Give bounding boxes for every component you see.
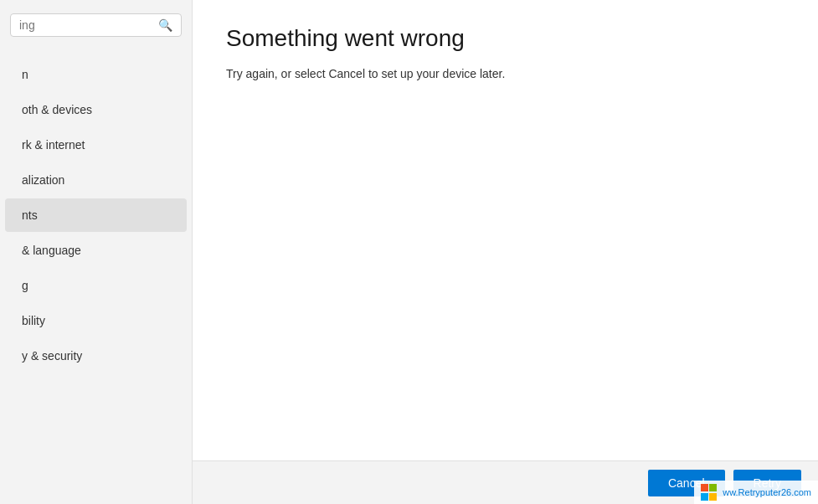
sidebar-item-bluetooth[interactable]: oth & devices <box>5 93 187 126</box>
error-description: Try again, or select Cancel to set up yo… <box>226 65 785 83</box>
logo-green <box>709 484 717 491</box>
search-container[interactable]: 🔍 <box>10 13 182 37</box>
search-input[interactable] <box>19 18 155 32</box>
sidebar-item-system[interactable]: n <box>5 58 187 91</box>
sidebar-item-network[interactable]: rk & internet <box>5 128 187 162</box>
nav-menu: n oth & devices rk & internet alization … <box>0 57 192 373</box>
watermark: ww.Retryputer26.com <box>694 481 818 504</box>
watermark-text: ww.Retryputer26.com <box>723 487 811 497</box>
sidebar-item-privacy[interactable]: y & security <box>5 339 187 373</box>
bottom-bar: Cancel Retry ww.Retryputer26.com <box>193 460 818 504</box>
sidebar-item-accounts[interactable]: nts <box>5 198 187 232</box>
sidebar-item-gaming[interactable]: g <box>5 269 187 302</box>
error-title: Something went wrong <box>226 25 785 52</box>
sidebar-item-accessibility[interactable]: bility <box>5 304 187 337</box>
logo-red <box>701 484 708 491</box>
logo-yellow <box>709 493 717 501</box>
windows-logo-icon <box>701 484 718 501</box>
sidebar-item-personalization[interactable]: alization <box>5 163 187 197</box>
logo-blue <box>701 493 708 501</box>
sidebar-item-time[interactable]: & language <box>5 234 187 267</box>
search-icon: 🔍 <box>158 18 172 32</box>
sidebar: 🔍 n oth & devices rk & internet alizatio… <box>0 0 193 504</box>
main-content: Something went wrong Try again, or selec… <box>193 0 818 504</box>
